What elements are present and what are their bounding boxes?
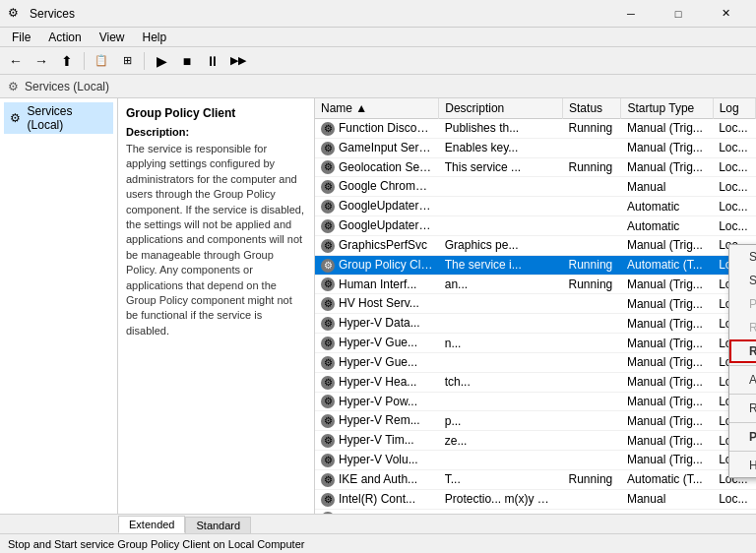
cell-startup: Automatic (T...: [621, 469, 713, 489]
address-icon: ⚙: [8, 80, 19, 93]
table-row[interactable]: ⚙Intel(R) HD Graphics Contro...Service f…: [315, 509, 756, 514]
cell-startup: Manual: [621, 489, 713, 509]
cell-startup: Automatic: [621, 216, 713, 236]
back-button[interactable]: ←: [4, 50, 28, 72]
table-row[interactable]: ⚙Hyper-V Pow...Manual (Trig...Loc...: [315, 392, 756, 411]
cell-name: ⚙Intel(R) Cont...: [315, 489, 439, 509]
service-gear-icon: ⚙: [321, 142, 335, 155]
menu-file[interactable]: File: [4, 29, 38, 46]
menu-view[interactable]: View: [92, 29, 133, 46]
table-row[interactable]: ⚙HV Host Serv...Manual (Trig...Loc...: [315, 294, 756, 314]
cell-startup: Manual (Trig...: [621, 157, 713, 177]
service-gear-icon: ⚙: [321, 180, 335, 194]
col-startup[interactable]: Startup Type: [621, 98, 713, 119]
table-row[interactable]: ⚙GameInput ServiceEnables key...Manual (…: [315, 138, 756, 157]
maximize-button[interactable]: □: [656, 0, 701, 28]
stop-button[interactable]: ■: [175, 50, 199, 72]
service-title: Group Policy Client: [126, 106, 306, 120]
table-row[interactable]: ⚙IKE and Auth...T...RunningAutomatic (T.…: [315, 469, 756, 489]
cell-desc: an...: [439, 275, 563, 294]
copy-button[interactable]: 📋: [90, 50, 113, 72]
ctx-refresh[interactable]: Refresh: [729, 397, 756, 420]
cell-log: Loc...: [713, 157, 755, 177]
table-header-row: Name ▲ Description Status Startup Type L…: [315, 98, 756, 119]
service-gear-icon: ⚙: [321, 473, 335, 487]
cell-status: Running: [563, 275, 621, 294]
menu-action[interactable]: Action: [40, 29, 89, 46]
cell-log: Loc...: [713, 197, 755, 216]
service-gear-icon: ⚙: [321, 277, 335, 291]
minimize-button[interactable]: ─: [608, 0, 654, 28]
table-row[interactable]: ⚙Intel(R) Cont...Protectio... m(x)y Co..…: [315, 489, 756, 509]
col-status[interactable]: Status: [563, 98, 621, 119]
sidebar-item-services-local[interactable]: ⚙ Services (Local): [4, 102, 113, 134]
description-text: The service is responsible for applying …: [126, 142, 306, 338]
ctx-resume[interactable]: Resume: [729, 316, 756, 339]
sidebar: ⚙ Services (Local): [0, 98, 118, 514]
cell-name: ⚙Hyper-V Rem...: [315, 411, 439, 431]
menu-help[interactable]: Help: [135, 29, 175, 46]
tab-bar: Extended Standard: [0, 514, 756, 533]
table-row[interactable]: ⚙Hyper-V Tim...ze...Manual (Trig...Loc..…: [315, 431, 756, 451]
table-row[interactable]: ⚙Function Discovery Resourc...Publishes …: [315, 119, 756, 139]
table-row[interactable]: ⚙GoogleUpdater Service 129....AutomaticL…: [315, 216, 756, 236]
ctx-all-tasks[interactable]: All Tasks: [729, 368, 756, 392]
tab-extended[interactable]: Extended: [118, 516, 185, 533]
col-log[interactable]: Log: [713, 98, 755, 119]
services-table: Name ▲ Description Status Startup Type L…: [315, 98, 756, 514]
cell-name: ⚙Hyper-V Pow...: [315, 392, 439, 411]
table-row[interactable]: ⚙Human Interf...an...RunningManual (Trig…: [315, 275, 756, 294]
up-button[interactable]: ⬆: [55, 50, 79, 72]
table-row[interactable]: ⚙Google Chrome Elevation S...ManualLoc..…: [315, 177, 756, 197]
ctx-sep3: [729, 422, 756, 423]
paste-button[interactable]: ⊞: [115, 50, 139, 72]
close-button[interactable]: ✕: [703, 0, 748, 28]
ctx-pause[interactable]: Pause: [729, 292, 756, 316]
service-gear-icon: ⚙: [321, 512, 335, 514]
table-row[interactable]: ⚙Hyper-V Hea...tch...Manual (Trig...Loc.…: [315, 372, 756, 392]
table-row[interactable]: ⚙Hyper-V Gue...n...Manual (Trig...Loc...: [315, 334, 756, 353]
service-gear-icon: ⚙: [321, 337, 335, 350]
service-gear-icon: ⚙: [321, 395, 335, 408]
menu-bar: File Action View Help: [0, 28, 756, 47]
cell-status: Running: [563, 509, 621, 514]
service-gear-icon: ⚙: [321, 200, 335, 214]
table-row[interactable]: ⚙Group Policy ClientThe service i...Runn…: [315, 255, 756, 275]
toolbar-sep1: [84, 52, 85, 70]
table-row[interactable]: ⚙GoogleUpdater InternalServ...AutomaticL…: [315, 197, 756, 216]
ctx-sep4: [729, 451, 756, 452]
table-row[interactable]: ⚙Hyper-V Rem...p...Manual (Trig...Loc...: [315, 411, 756, 431]
cell-status: Running: [563, 469, 621, 489]
table-row[interactable]: ⚙Geolocation ServiceThis service ...Runn…: [315, 157, 756, 177]
table-row[interactable]: ⚙Hyper-V Volu...Manual (Trig...Loc...: [315, 451, 756, 470]
cell-status: [563, 411, 621, 431]
cell-desc: p...: [439, 411, 563, 431]
address-bar: ⚙ Services (Local): [0, 75, 756, 98]
sidebar-item-label: Services (Local): [28, 104, 109, 132]
cell-startup: Automatic (T...: [621, 255, 713, 275]
title-bar: ⚙ Services ─ □ ✕: [0, 0, 756, 28]
cell-name: ⚙Group Policy Client: [315, 255, 439, 275]
cell-status: [563, 197, 621, 216]
cell-desc: Protectio... m(x)y Co...: [439, 489, 563, 509]
forward-button[interactable]: →: [30, 50, 53, 72]
service-gear-icon: ⚙: [321, 493, 335, 507]
ctx-stop[interactable]: Stop: [729, 269, 756, 292]
ctx-properties[interactable]: Properties: [729, 425, 756, 449]
col-name[interactable]: Name ▲: [315, 98, 439, 119]
col-desc[interactable]: Description: [439, 98, 563, 119]
restart-button[interactable]: ▶▶: [226, 50, 250, 72]
ctx-start[interactable]: Start: [729, 245, 756, 269]
cell-log: Loc...: [713, 489, 755, 509]
table-row[interactable]: ⚙GraphicsPerfSvcGraphics pe...Manual (Tr…: [315, 235, 756, 255]
ctx-restart[interactable]: Restart: [729, 339, 756, 363]
table-row[interactable]: ⚙Hyper-V Data...Manual (Trig...Loc...: [315, 314, 756, 334]
table-row[interactable]: ⚙Hyper-V Gue...Manual (Trig...Loc...: [315, 352, 756, 372]
cell-desc: The service i...: [439, 255, 563, 275]
play-button[interactable]: ▶: [150, 50, 173, 72]
tab-standard[interactable]: Standard: [185, 517, 251, 533]
cell-startup: Automatic: [621, 509, 713, 514]
ctx-help[interactable]: Help: [729, 454, 756, 477]
cell-name: ⚙Intel(R) HD Graphics Contro...: [315, 509, 439, 514]
pause-button[interactable]: ⏸: [201, 50, 224, 72]
